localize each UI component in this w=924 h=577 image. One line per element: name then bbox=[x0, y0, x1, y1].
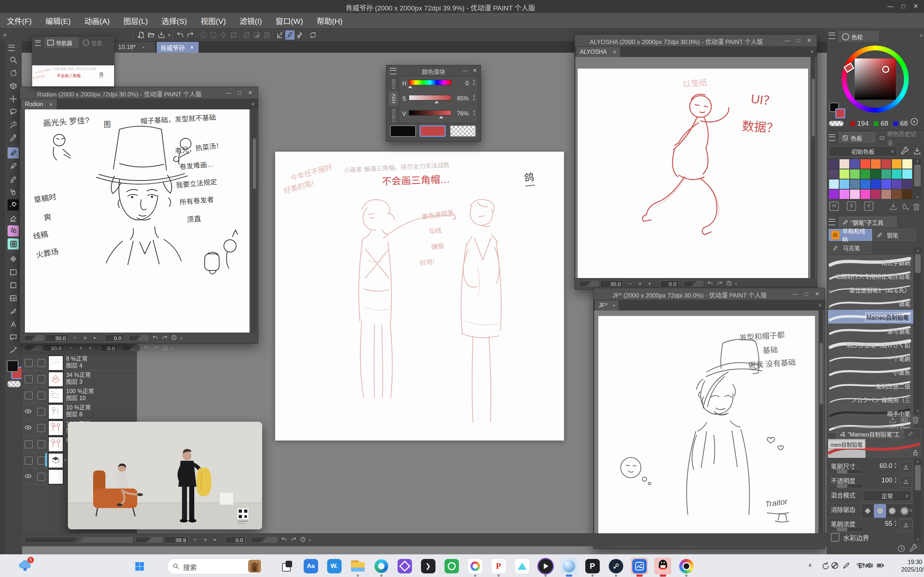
tab-pen-subtool[interactable]: “钢笔”子工具 bbox=[839, 217, 897, 227]
frame-icon[interactable] bbox=[8, 292, 19, 304]
decoration-icon[interactable] bbox=[8, 253, 19, 265]
eraser-icon[interactable] bbox=[8, 212, 19, 224]
brush-item-2[interactable]: 墨佳遼钢笔1（ぬる丸） bbox=[828, 282, 913, 297]
layer-eye-cell[interactable] bbox=[22, 371, 35, 387]
input-language[interactable]: ENG bbox=[859, 562, 872, 569]
layer-lock-cell[interactable] bbox=[35, 354, 48, 371]
close-button[interactable]: ✕ bbox=[245, 89, 256, 97]
eye-icon[interactable] bbox=[24, 472, 32, 480]
rotate-cw-icon[interactable] bbox=[161, 334, 169, 342]
main-canvas[interactable]: 小画家 偏遇三角帽，拼尽全力无法战胜 不会画三角帽… 今年任不服好 好类的笔! … bbox=[275, 152, 564, 440]
swatch-1-2[interactable] bbox=[850, 169, 860, 179]
swatch-scrollbar[interactable]: ∧ ∨ bbox=[913, 159, 921, 199]
tab-info[interactable]: i 信息 bbox=[80, 37, 110, 48]
dictionary-aa-icon[interactable]: Aa bbox=[302, 558, 319, 574]
rotation-track[interactable] bbox=[122, 345, 140, 351]
scroll-up-icon[interactable]: ∧ bbox=[914, 159, 921, 164]
swatch-3-4[interactable] bbox=[871, 189, 881, 199]
import-icon[interactable] bbox=[913, 147, 922, 156]
menu-item-0[interactable]: 文件(F) bbox=[0, 15, 39, 26]
object-icon[interactable] bbox=[8, 80, 19, 91]
slider-track-S[interactable] bbox=[409, 95, 451, 100]
alyosha-canvas[interactable]: 以笺纸 UI？ 数据？ bbox=[578, 69, 808, 278]
lock-checkbox[interactable] bbox=[37, 359, 45, 367]
pinterest-icon[interactable]: P bbox=[490, 558, 507, 574]
swatch-2-7[interactable] bbox=[902, 179, 913, 189]
layer-thumbnail[interactable] bbox=[48, 404, 64, 419]
brush-item-0[interactable]: 阳光手癖刷 bbox=[828, 255, 913, 269]
plus-button[interactable]: + bbox=[204, 536, 207, 543]
layer-thumbnail[interactable] bbox=[48, 437, 64, 452]
scroll-down-icon[interactable]: ∨ bbox=[914, 408, 921, 413]
rotate-cw-icon[interactable] bbox=[716, 280, 724, 287]
w-app-icon[interactable]: W. bbox=[326, 558, 343, 574]
redo-icon[interactable] bbox=[185, 30, 195, 40]
h-scroll-track[interactable] bbox=[136, 537, 163, 543]
clock[interactable]: 19:30 2025/10/18 bbox=[901, 558, 922, 574]
swatch-3-6[interactable] bbox=[892, 189, 902, 199]
aa-option-3[interactable] bbox=[898, 504, 911, 518]
prop-stepper[interactable]: ∧∨ bbox=[893, 462, 898, 469]
brush-item-10[interactable]: ンカクペン 線画用（三 bbox=[828, 392, 913, 406]
brush-item-4[interactable]: Mameo自制铅笔 bbox=[828, 310, 913, 324]
zoom-value[interactable]: 39.9 bbox=[164, 536, 188, 543]
subtool-group-0[interactable]: 草稿和线稿 bbox=[829, 229, 872, 241]
wand-icon[interactable] bbox=[8, 119, 19, 131]
fit-button[interactable]: ▪ bbox=[93, 334, 96, 342]
lock-checkbox[interactable] bbox=[37, 440, 45, 448]
swatch-0-0[interactable] bbox=[829, 159, 839, 169]
alyosha-window[interactable]: ALYOSHA (2000 x 2000px 72dpi 30.0%) - 优动… bbox=[575, 34, 817, 290]
sync-help-icon[interactable] bbox=[308, 30, 318, 40]
close-button[interactable]: ✕ bbox=[804, 36, 815, 45]
transform-icon[interactable] bbox=[229, 30, 238, 40]
v-button[interactable]: V bbox=[864, 201, 873, 211]
zoom-value[interactable]: 30.0 bbox=[45, 334, 68, 342]
swatch-1-1[interactable] bbox=[839, 169, 850, 179]
swatch-2-5[interactable] bbox=[881, 179, 892, 189]
jf-tab[interactable]: JF* ● bbox=[595, 300, 618, 311]
task-view-icon[interactable] bbox=[279, 558, 296, 574]
file-explorer-icon[interactable] bbox=[349, 558, 366, 574]
steam-icon[interactable] bbox=[607, 558, 624, 574]
h-scroll-track[interactable] bbox=[24, 335, 44, 341]
lock-checkbox[interactable] bbox=[37, 392, 45, 400]
swatch-1-5[interactable] bbox=[881, 169, 892, 179]
aa-option-0[interactable] bbox=[861, 504, 874, 518]
fill-icon[interactable] bbox=[219, 30, 228, 40]
minimize-button[interactable]: — bbox=[782, 36, 793, 45]
brush-item-8[interactable]: 小墨鱼 bbox=[828, 365, 913, 379]
layer-eye-cell[interactable] bbox=[22, 468, 35, 484]
tab-close-icon[interactable]: ✕ bbox=[49, 102, 53, 107]
toolbar-overflow-left[interactable]: « bbox=[3, 31, 7, 39]
prop-import-button[interactable] bbox=[900, 475, 913, 488]
menu-item-4[interactable]: 选择(S) bbox=[155, 15, 194, 26]
jf-titlebar[interactable]: JF* (2000 x 2000px 72dpi 30.0%) - 优动漫 PA… bbox=[594, 288, 825, 300]
menu-item-1[interactable]: 编辑(E) bbox=[39, 15, 77, 26]
alyosha-vscrollbar[interactable] bbox=[811, 57, 816, 278]
p-app-icon[interactable]: Ρ bbox=[584, 558, 601, 574]
brush-item-1[interactable]: 动画制作人专用矫正笔压铅笔 bbox=[828, 269, 913, 283]
scroll-down-icon[interactable]: ∨ bbox=[914, 195, 921, 199]
tab-color-history[interactable]: 颜色历史记录 bbox=[876, 132, 924, 143]
rotation-value[interactable]: 0.0 bbox=[225, 536, 246, 543]
correct-line-icon[interactable] bbox=[8, 345, 19, 356]
color-ring-icon[interactable] bbox=[467, 558, 483, 574]
open-icon[interactable] bbox=[146, 30, 156, 40]
slider-value[interactable]: 0 bbox=[452, 80, 469, 87]
reset-view-icon[interactable] bbox=[162, 345, 169, 352]
pen-tray-icon[interactable] bbox=[842, 561, 852, 571]
tool-palette-menu-icon[interactable] bbox=[8, 45, 15, 51]
panel-menu-icon[interactable] bbox=[829, 32, 835, 39]
eye-icon[interactable] bbox=[24, 424, 32, 432]
document-tab-kenway[interactable]: 肯威爷孙 ✕ bbox=[157, 42, 199, 53]
layer-thumbnail[interactable] bbox=[48, 453, 64, 468]
trash-icon[interactable] bbox=[911, 415, 921, 425]
rotate-icon[interactable] bbox=[8, 67, 19, 78]
swatch-1-3[interactable] bbox=[860, 169, 871, 179]
clear-icon[interactable] bbox=[199, 30, 208, 40]
zoom-value[interactable]: 30.0 bbox=[600, 280, 623, 287]
menu-item-2[interactable]: 动画(A) bbox=[77, 15, 117, 26]
prop-value[interactable]: 100 bbox=[871, 477, 892, 484]
swatch-0-7[interactable] bbox=[902, 159, 913, 169]
fit-button[interactable]: ▪ bbox=[214, 536, 216, 543]
